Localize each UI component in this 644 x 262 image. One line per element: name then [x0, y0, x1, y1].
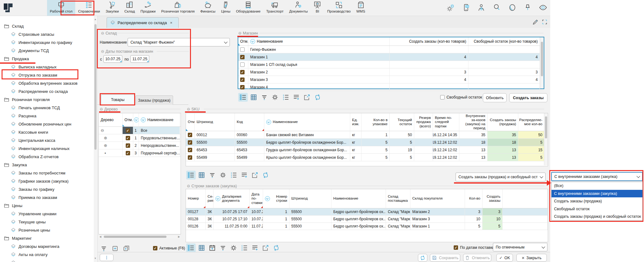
col-free[interactable]: Свободный остаток (кол-во товаров) [468, 37, 540, 45]
col-stock[interactable]: Текущий остаток [390, 113, 414, 131]
refresh-button[interactable]: Обновить [483, 93, 507, 102]
nav-warehouse[interactable]: Склад [122, 0, 138, 16]
table-row[interactable]: Магазин 344 [238, 76, 544, 83]
add-box-icon[interactable] [110, 244, 120, 253]
calendar-icon[interactable] [208, 243, 217, 252]
sidebar-item[interactable]: Инвентаризации по графику [0, 38, 103, 46]
sidebar-item[interactable]: Обработка внутренних заказов [0, 79, 103, 87]
order-row[interactable]: 001283К10.07.25 17:1010.07.25155500Бедро… [186, 216, 548, 223]
row-checkbox[interactable] [126, 128, 130, 133]
sidebar-item-raspredelenie[interactable]: Распределение со склада [0, 87, 103, 95]
checkbox[interactable] [454, 245, 458, 250]
filter-chevron-icon[interactable] [265, 196, 270, 201]
collapse-icon[interactable]: ⊖ [238, 31, 241, 35]
col-filter[interactable] [133, 113, 139, 126]
add-list-icon[interactable] [250, 243, 260, 252]
filter-icon[interactable] [99, 244, 108, 253]
scrollbar-thumb[interactable] [104, 236, 166, 238]
col-qty[interactable]: Кол-во [465, 189, 483, 208]
nav-desktop[interactable]: Рабочий стол [47, 0, 75, 16]
refresh-small-button[interactable] [418, 254, 427, 262]
tab-sales-orders[interactable]: Заказы (продажа) [135, 95, 173, 105]
export-icon[interactable] [302, 93, 312, 102]
sidebar-item[interactable]: Договоры маркетинга [0, 242, 103, 250]
nav-prices[interactable]: Цены [218, 0, 233, 16]
col-series[interactable]: Се-рия [206, 189, 214, 208]
grid-view-icon[interactable] [249, 93, 258, 102]
sidebar-item[interactable]: Текущие цены [0, 218, 103, 226]
refresh-icon[interactable] [313, 93, 322, 102]
nav-production[interactable]: Производство [324, 0, 353, 16]
magazin-scrollbar[interactable] [540, 37, 544, 88]
row-checkbox[interactable] [188, 148, 192, 152]
search-icon[interactable] [493, 3, 501, 12]
sidebar-item[interactable]: Графики заказов (закупка) [0, 177, 103, 185]
col-last-batch[interactable]: Время по-следней партии [433, 113, 459, 131]
nav-wms[interactable]: WMS [353, 0, 368, 16]
sidebar-item[interactable]: Обновление розничных цен [0, 120, 103, 128]
sidebar-scrollbar-thumb[interactable] [94, 24, 97, 150]
warehouse-select[interactable]: Склад "Маркет Фьюжен" [128, 38, 230, 46]
col-datetime[interactable]: Дата/время документа [214, 189, 250, 208]
col-barcode[interactable]: Штрихкод [195, 113, 235, 131]
export-icon[interactable] [250, 171, 260, 179]
numbered-list-icon[interactable] [229, 171, 238, 179]
fullscreen-icon[interactable] [541, 19, 548, 25]
settings-gear-icon[interactable] [270, 93, 280, 102]
table-row-selected[interactable]: Магазин 144 [238, 53, 544, 61]
nav-purchases[interactable]: Закупки [103, 0, 122, 16]
row-checkbox[interactable] [188, 133, 192, 137]
eye-icon[interactable] [539, 3, 547, 12]
sidebar-folder-retail[interactable]: Розничная торговля [0, 95, 97, 104]
collapse-icon[interactable]: ⊖ [101, 49, 104, 54]
user-lock-icon[interactable] [478, 3, 486, 12]
col-reserve[interactable]: Резерв продажа (всего) [414, 113, 433, 131]
col-internal[interactable]: Внутренних за-казов (закупка) на период [459, 113, 488, 131]
order-row-selected[interactable]: 001273К10.07.25 17:0710.07.25155500Бедро… [186, 208, 548, 216]
row-checkbox[interactable] [126, 151, 130, 155]
collapse-icon[interactable]: ⊖ [187, 184, 190, 188]
ok-button[interactable]: ✓OK [496, 254, 513, 262]
history-clock-icon[interactable] [508, 3, 516, 12]
settings-gear-icon[interactable] [229, 243, 238, 252]
option-internal-orders[interactable]: С внутренними заказами (закупка) [552, 190, 642, 198]
sidebar-folder-prodazha[interactable]: Продажа [0, 55, 97, 63]
list-view-icon[interactable] [238, 93, 248, 102]
col-mark[interactable]: Отм. [123, 113, 133, 126]
close-button[interactable]: ×Закрыть [516, 254, 547, 262]
filter-icon[interactable] [218, 243, 228, 252]
nav-documents[interactable]: Документы [286, 0, 310, 16]
list-view-icon[interactable] [186, 171, 196, 179]
tree-row-selected[interactable]: ⊖ 1 Все [99, 127, 181, 134]
option-free-rest[interactable]: Свободный остаток [552, 205, 642, 213]
table-row[interactable]: Магазин 1 СП склад сырья [238, 61, 544, 68]
add-stack-icon[interactable] [122, 244, 131, 253]
row-checkbox[interactable] [240, 85, 245, 89]
col-delivery[interactable]: Дата по-ставки [250, 189, 263, 208]
numbered-list-icon[interactable] [281, 93, 290, 102]
device-chat-icon[interactable] [462, 3, 470, 12]
checkbox[interactable] [440, 95, 445, 99]
col-name[interactable]: Наименование [248, 37, 390, 45]
col-mark[interactable]: Отм. [238, 37, 248, 45]
refresh-icon[interactable] [272, 243, 281, 252]
checkbox[interactable] [153, 246, 157, 250]
col-distribute[interactable]: Распределяе-мое кол-во [518, 113, 545, 131]
tree-row[interactable]: ⊕ 2 Непродовольственн... [99, 142, 181, 149]
col-pack[interactable]: Кол-во в упаковке [362, 113, 390, 131]
sidebar-item[interactable]: Обработка Z-отчетов [0, 152, 103, 161]
tab-products[interactable]: Товары [101, 94, 135, 105]
col-create[interactable]: Создать заказы (продажа) [488, 113, 518, 131]
tree-hscrollbar[interactable]: ◀▶ [99, 235, 181, 238]
option-create-and-free[interactable]: Создать заказы (продажа) и свободный ост… [552, 213, 642, 221]
expand-node-icon[interactable]: ⊕ [104, 143, 107, 148]
scrollbar-thumb[interactable] [541, 42, 543, 76]
tab-raspredelenie[interactable]: Распределение со склада × [107, 17, 179, 28]
collapse-icon[interactable]: ⊖ [101, 31, 104, 35]
sku-row[interactable]: 0001200060Банан свежий вес Витаминкг1501… [186, 131, 548, 139]
by-marked-select[interactable]: По отмеченным [493, 243, 547, 251]
filter-chevron-icon[interactable] [266, 120, 271, 125]
col-name[interactable]: Наименование [264, 113, 350, 131]
option-create-orders[interactable]: Создать заказы (продажа) [552, 197, 642, 205]
col-extra[interactable] [503, 189, 548, 208]
